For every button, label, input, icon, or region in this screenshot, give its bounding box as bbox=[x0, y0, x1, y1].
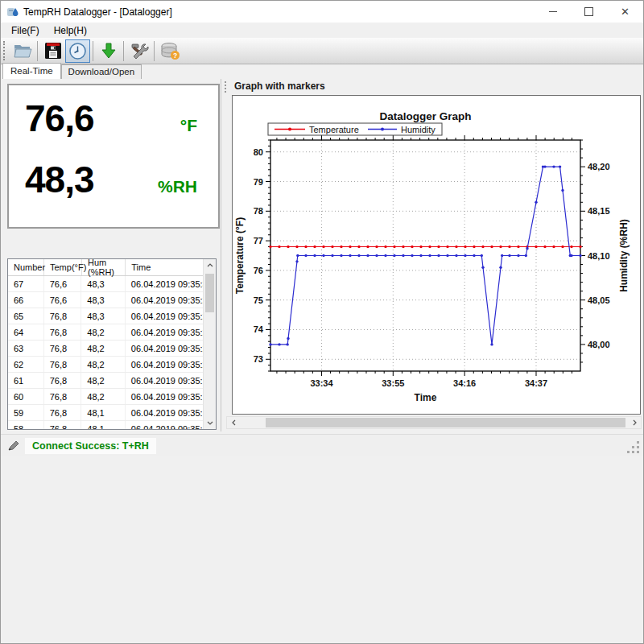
table-body: 6776,648,306.04.2019 09:35:316676,648,30… bbox=[8, 276, 203, 429]
toolbar-grip[interactable] bbox=[3, 41, 7, 60]
table-header: Number Temp(°F) Hum (%RH) Time bbox=[8, 259, 203, 276]
table-scrollbar-thumb[interactable] bbox=[205, 274, 214, 312]
table-row[interactable]: 5876,848,106.04.2019 09:35:12 bbox=[8, 421, 203, 429]
close-button[interactable]: ✕ bbox=[607, 1, 643, 23]
table-cell: 67 bbox=[8, 276, 44, 291]
menu-help[interactable]: Help(H) bbox=[47, 23, 94, 38]
table-cell: 76,6 bbox=[44, 276, 82, 291]
graph-hscrollbar[interactable] bbox=[226, 416, 642, 429]
toolbar-separator bbox=[154, 41, 155, 61]
svg-text:48,15: 48,15 bbox=[588, 206, 610, 216]
scroll-right-icon[interactable] bbox=[628, 417, 641, 428]
table-cell: 62 bbox=[8, 357, 44, 372]
tab-download-open[interactable]: Download/Open bbox=[61, 64, 142, 79]
scroll-up-icon[interactable] bbox=[204, 259, 216, 271]
svg-text:48,10: 48,10 bbox=[588, 251, 610, 261]
graph-panel-grip[interactable] bbox=[225, 81, 229, 93]
table-cell: 48,1 bbox=[81, 405, 126, 420]
table-cell: 76,8 bbox=[44, 308, 82, 324]
svg-text:74: 74 bbox=[254, 324, 264, 334]
column-header-temp[interactable]: Temp(°F) bbox=[44, 259, 82, 275]
close-icon: ✕ bbox=[621, 6, 630, 17]
database-question-icon: ? bbox=[159, 42, 180, 60]
floppy-disk-icon bbox=[44, 42, 62, 60]
table-cell: 06.04.2019 09:35:31 bbox=[126, 276, 203, 291]
table-cell: 48,3 bbox=[81, 292, 126, 308]
temperature-value: 76,6 bbox=[25, 97, 94, 140]
device-query-button[interactable]: ? bbox=[157, 39, 182, 63]
menu-file[interactable]: File(F) bbox=[4, 23, 47, 38]
table-row[interactable]: 6476,848,206.04.2019 09:35:25 bbox=[8, 324, 203, 341]
humidity-unit: %RH bbox=[158, 177, 197, 196]
table-cell: 06.04.2019 09:35:25 bbox=[126, 324, 203, 340]
graph-container: Datalogger Graph33:3433:5534:1634:377374… bbox=[232, 95, 641, 415]
panel-divider bbox=[221, 79, 221, 431]
svg-text:Temperature: Temperature bbox=[309, 125, 359, 134]
table-cell: 76,6 bbox=[44, 292, 82, 308]
table-row[interactable]: 6376,848,206.04.2019 09:35:23 bbox=[8, 341, 203, 357]
table-row[interactable]: 6576,848,306.04.2019 09:35:27 bbox=[8, 308, 203, 324]
open-file-button[interactable] bbox=[10, 39, 35, 63]
measurement-table: Number Temp(°F) Hum (%RH) Time 6776,648,… bbox=[7, 258, 217, 430]
svg-text:48,20: 48,20 bbox=[588, 162, 610, 171]
scroll-down-icon[interactable] bbox=[204, 417, 216, 429]
table-cell: 48,2 bbox=[81, 357, 126, 372]
svg-text:Temperature (°F): Temperature (°F) bbox=[234, 217, 246, 294]
window-title: TempRH Datalogger - [Datalogger] bbox=[23, 6, 172, 18]
svg-text:48,00: 48,00 bbox=[588, 340, 610, 349]
realtime-button[interactable] bbox=[65, 39, 90, 63]
toolbar-separator bbox=[123, 41, 124, 61]
download-data-button[interactable] bbox=[96, 39, 121, 63]
svg-text:80: 80 bbox=[254, 147, 263, 157]
toolbar-separator bbox=[37, 41, 38, 61]
table-cell: 76,8 bbox=[44, 324, 82, 340]
humidity-readout: 48,3 %RH bbox=[9, 140, 218, 201]
svg-text:77: 77 bbox=[254, 236, 263, 246]
table-cell: 48,1 bbox=[81, 421, 126, 429]
graph-hscrollbar-thumb[interactable] bbox=[266, 418, 625, 427]
table-cell: 06.04.2019 09:35:14 bbox=[126, 405, 203, 420]
minimize-button[interactable] bbox=[535, 1, 571, 23]
clock-icon bbox=[68, 42, 87, 60]
temperature-readout: 76,6 °F bbox=[9, 85, 218, 140]
column-header-time[interactable]: Time bbox=[126, 259, 203, 275]
table-cell: 06.04.2019 09:35:23 bbox=[126, 341, 203, 356]
table-cell: 76,8 bbox=[44, 405, 82, 420]
app-icon bbox=[6, 6, 19, 19]
table-row[interactable]: 6076,848,206.04.2019 09:35:16 bbox=[8, 389, 203, 405]
table-cell: 60 bbox=[8, 389, 44, 404]
save-button[interactable] bbox=[40, 39, 65, 63]
scroll-left-icon[interactable] bbox=[227, 417, 240, 428]
menu-bar: File(F) Help(H) bbox=[1, 23, 643, 38]
table-cell: 06.04.2019 09:35:27 bbox=[126, 308, 203, 324]
svg-text:79: 79 bbox=[254, 177, 263, 187]
table-row[interactable]: 6776,648,306.04.2019 09:35:31 bbox=[8, 276, 203, 292]
table-row[interactable]: 6676,648,306.04.2019 09:35:29 bbox=[8, 292, 203, 308]
humidity-value: 48,3 bbox=[25, 158, 94, 201]
column-header-number[interactable]: Number bbox=[8, 259, 44, 275]
column-header-hum[interactable]: Hum (%RH) bbox=[82, 259, 126, 275]
table-cell: 48,2 bbox=[81, 324, 126, 340]
download-arrow-icon bbox=[100, 42, 118, 60]
table-cell: 65 bbox=[8, 308, 44, 324]
maximize-button[interactable] bbox=[571, 1, 607, 23]
table-cell: 06.04.2019 09:35:18 bbox=[126, 373, 203, 388]
settings-button[interactable] bbox=[126, 39, 151, 63]
tools-icon bbox=[130, 42, 149, 60]
svg-text:Humidity (%RH): Humidity (%RH) bbox=[618, 219, 630, 292]
table-cell: 64 bbox=[8, 324, 44, 340]
table-scrollbar[interactable] bbox=[203, 259, 216, 429]
readout-panel: 76,6 °F 48,3 %RH bbox=[7, 84, 220, 229]
resize-grip[interactable] bbox=[626, 440, 641, 455]
table-cell: 76,8 bbox=[44, 373, 82, 388]
table-cell: 76,8 bbox=[44, 389, 82, 404]
app-window: TempRH Datalogger - [Datalogger] ✕ File(… bbox=[0, 0, 644, 644]
table-row[interactable]: 5976,848,106.04.2019 09:35:14 bbox=[8, 405, 203, 421]
table-row[interactable]: 6176,848,206.04.2019 09:35:18 bbox=[8, 373, 203, 389]
table-row[interactable]: 6276,848,206.04.2019 09:35:21 bbox=[8, 357, 203, 373]
connector-pen-icon bbox=[7, 440, 20, 452]
svg-text:73: 73 bbox=[254, 354, 263, 364]
graph-panel-header: Graph with markers bbox=[234, 80, 325, 92]
tab-real-time[interactable]: Real-Time bbox=[2, 63, 61, 79]
title-bar: TempRH Datalogger - [Datalogger] ✕ bbox=[1, 1, 643, 23]
